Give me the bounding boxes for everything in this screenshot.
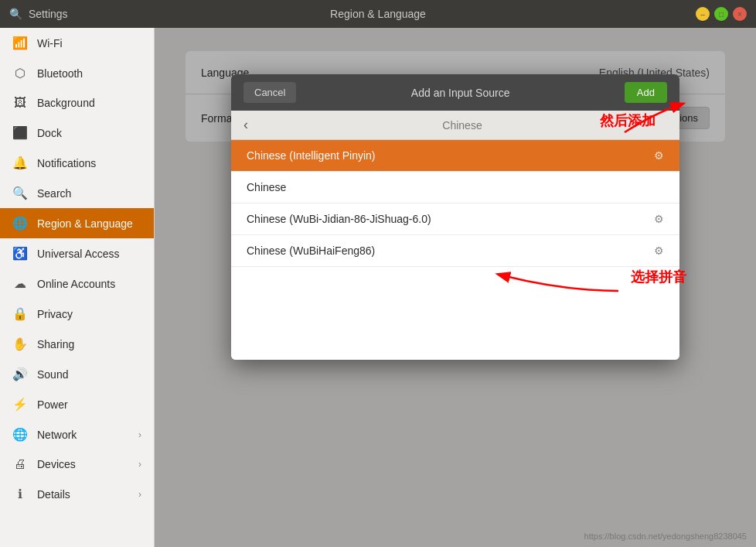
sidebar-label-dock: Dock bbox=[37, 127, 141, 139]
network-chevron: › bbox=[138, 429, 141, 440]
sidebar-label-devices: Devices bbox=[37, 458, 129, 470]
list-item-intelligent-pinyin[interactable]: Chinese (Intelligent Pinyin) ⚙ bbox=[231, 140, 679, 172]
sidebar: 📶 Wi-Fi ⬡ Bluetooth 🖼 Background ⬛ Dock … bbox=[0, 28, 155, 547]
sidebar-item-universal[interactable]: ♿ Universal Access bbox=[0, 238, 154, 268]
add-input-source-dialog: Cancel Add an Input Source Add ‹ Chinese… bbox=[231, 74, 679, 360]
notifications-icon: 🔔 bbox=[12, 156, 28, 170]
window-title: Region & Language bbox=[330, 8, 426, 20]
sidebar-item-network[interactable]: 🌐 Network › bbox=[0, 419, 154, 450]
search-icon: 🔍 bbox=[9, 8, 22, 20]
list-item-label: Chinese (Intelligent Pinyin) bbox=[247, 149, 654, 162]
list-item-wubi-jidian[interactable]: Chinese (WuBi-Jidian-86-JiShuag-6.0) ⚙ bbox=[231, 203, 679, 235]
privacy-icon: 🔒 bbox=[12, 306, 28, 321]
sidebar-item-search[interactable]: 🔍 Search bbox=[0, 178, 154, 208]
details-icon: ℹ bbox=[12, 487, 28, 501]
sidebar-item-power[interactable]: ⚡ Power bbox=[0, 389, 154, 419]
sidebar-label-search: Search bbox=[37, 187, 141, 200]
sound-icon: 🔊 bbox=[12, 367, 28, 381]
content-area: Language English (United States) Formats… bbox=[155, 28, 756, 547]
list-item-wubi-haifeng[interactable]: Chinese (WuBiHaiFeng86) ⚙ bbox=[231, 235, 679, 267]
list-item-label: Chinese (WuBi-Jidian-86-JiShuag-6.0) bbox=[247, 213, 654, 225]
sidebar-label-privacy: Privacy bbox=[37, 308, 141, 320]
devices-chevron: › bbox=[138, 459, 141, 470]
region-icon: 🌐 bbox=[12, 216, 28, 231]
sidebar-label-sharing: Sharing bbox=[37, 338, 141, 350]
gear-icon[interactable]: ⚙ bbox=[654, 213, 664, 225]
sidebar-item-wifi[interactable]: 📶 Wi-Fi bbox=[0, 28, 154, 58]
universal-icon: ♿ bbox=[12, 246, 28, 261]
sidebar-item-sharing[interactable]: ✋ Sharing bbox=[0, 329, 154, 359]
network-icon: 🌐 bbox=[12, 427, 28, 442]
sidebar-item-devices[interactable]: 🖨 Devices › bbox=[0, 450, 154, 479]
devices-icon: 🖨 bbox=[12, 457, 28, 471]
minimize-button[interactable]: – bbox=[696, 7, 710, 21]
sidebar-label-background: Background bbox=[37, 97, 141, 109]
sidebar-label-wifi: Wi-Fi bbox=[37, 37, 141, 50]
sidebar-item-background[interactable]: 🖼 Background bbox=[0, 88, 154, 118]
sidebar-label-details: Details bbox=[37, 488, 129, 501]
online-icon: ☁ bbox=[12, 276, 28, 291]
sidebar-label-network: Network bbox=[37, 429, 129, 441]
bluetooth-icon: ⬡ bbox=[12, 66, 28, 80]
sidebar-label-bluetooth: Bluetooth bbox=[37, 67, 141, 80]
window-controls: – □ × bbox=[696, 7, 747, 21]
add-button[interactable]: Add bbox=[625, 82, 667, 103]
titlebar-left: 🔍 Settings bbox=[9, 8, 68, 20]
details-chevron: › bbox=[138, 489, 141, 500]
close-button[interactable]: × bbox=[733, 7, 747, 21]
sidebar-item-sound[interactable]: 🔊 Sound bbox=[0, 359, 154, 389]
sidebar-item-dock[interactable]: ⬛ Dock bbox=[0, 118, 154, 148]
sidebar-item-details[interactable]: ℹ Details › bbox=[0, 479, 154, 509]
sidebar-item-region[interactable]: 🌐 Region & Language bbox=[0, 208, 154, 238]
gear-icon[interactable]: ⚙ bbox=[654, 244, 664, 257]
main-layout: 📶 Wi-Fi ⬡ Bluetooth 🖼 Background ⬛ Dock … bbox=[0, 28, 756, 547]
list-item-label: Chinese (WuBiHaiFeng86) bbox=[247, 244, 654, 257]
sidebar-item-bluetooth[interactable]: ⬡ Bluetooth bbox=[0, 58, 154, 88]
dialog-nav: ‹ Chinese bbox=[231, 111, 679, 140]
back-button[interactable]: ‹ bbox=[243, 117, 248, 133]
sidebar-item-notifications[interactable]: 🔔 Notifications bbox=[0, 148, 154, 178]
list-item-label: Chinese bbox=[247, 181, 664, 193]
sidebar-label-universal: Universal Access bbox=[37, 248, 141, 260]
titlebar: 🔍 Settings Region & Language – □ × bbox=[0, 0, 756, 28]
sidebar-label-power: Power bbox=[37, 398, 141, 411]
sharing-icon: ✋ bbox=[12, 337, 28, 351]
background-icon: 🖼 bbox=[12, 96, 28, 110]
dialog-header: Cancel Add an Input Source Add bbox=[231, 74, 679, 111]
dock-icon: ⬛ bbox=[12, 125, 28, 140]
sidebar-label-sound: Sound bbox=[37, 368, 141, 381]
maximize-button[interactable]: □ bbox=[714, 7, 728, 21]
sidebar-label-region: Region & Language bbox=[37, 217, 141, 230]
dialog-list: Chinese (Intelligent Pinyin) ⚙ Chinese C… bbox=[231, 140, 679, 360]
sidebar-label-notifications: Notifications bbox=[37, 157, 141, 169]
sidebar-item-online[interactable]: ☁ Online Accounts bbox=[0, 268, 154, 299]
power-icon: ⚡ bbox=[12, 397, 28, 412]
sidebar-label-online: Online Accounts bbox=[37, 278, 141, 290]
dialog-title: Add an Input Source bbox=[305, 87, 615, 99]
wifi-icon: 📶 bbox=[12, 36, 28, 50]
gear-icon[interactable]: ⚙ bbox=[654, 149, 664, 162]
search-sidebar-icon: 🔍 bbox=[12, 186, 28, 200]
dialog-overlay: Cancel Add an Input Source Add ‹ Chinese… bbox=[155, 28, 756, 547]
sidebar-item-privacy[interactable]: 🔒 Privacy bbox=[0, 299, 154, 329]
cancel-button[interactable]: Cancel bbox=[243, 82, 296, 103]
app-name-label: Settings bbox=[29, 8, 68, 20]
dialog-nav-title: Chinese bbox=[257, 119, 667, 132]
list-item-chinese[interactable]: Chinese bbox=[231, 172, 679, 203]
